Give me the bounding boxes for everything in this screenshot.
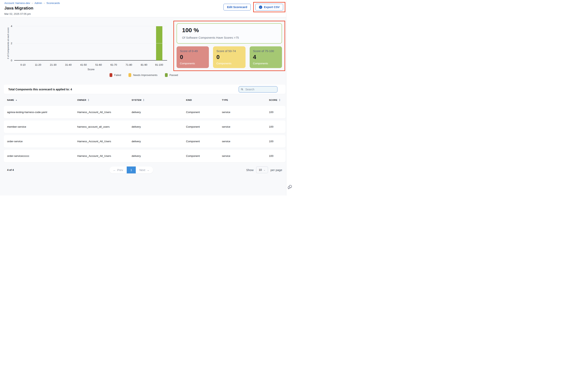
next-page-button[interactable]: Next →: [136, 167, 153, 173]
legend-swatch-icon: [110, 73, 112, 77]
sort-icon: ▲▼: [279, 99, 281, 101]
table-header-row: NAME▲OWNER▲▼SYSTEM▲▼KINDTYPESCORE▲▼: [4, 96, 285, 104]
table-row[interactable]: member-serviceharness_account_all_usersd…: [4, 120, 285, 133]
score-card-score-of-0-49: Score of 0-490Components: [177, 46, 209, 68]
legend-item-passed[interactable]: Passed: [165, 73, 178, 77]
column-label: TYPE: [222, 99, 228, 101]
score-card-unit: Components: [180, 62, 205, 65]
chart-legend: FailedNeeds ImprovementsPassed: [110, 73, 178, 77]
table-row[interactable]: order-servicecccccHarness_Account_All_Us…: [4, 150, 285, 162]
prev-label: Prev: [117, 169, 123, 172]
search-input[interactable]: [245, 88, 275, 91]
cell-owner: Harness_Account_All_Users: [77, 154, 132, 157]
column-label: NAME: [7, 99, 14, 101]
breadcrumb: Account: harness-dev › Admin › Scorecard…: [4, 1, 60, 4]
x-tick-11-20: 11-20: [31, 63, 46, 66]
pagination-bar: 4 of 4 ← Prev 1 Next → Show 10 ⌄ per pag…: [4, 166, 285, 174]
gridline-2: [15, 43, 167, 43]
cell-system: delivery: [132, 125, 186, 128]
sort-ascending-icon: ▲: [15, 99, 17, 101]
x-tick-61-70: 61-70: [106, 63, 121, 66]
main-content: # of Components at each score 0-1011-202…: [0, 17, 286, 196]
x-tick-31-40: 31-40: [61, 63, 76, 66]
score-summary-annotation-box: 100 % Of Software Components Have Scores…: [173, 21, 285, 71]
cell-type: service: [222, 125, 269, 128]
percent-summary-card: 100 % Of Software Components Have Scores…: [177, 23, 282, 44]
score-card-value: 0: [216, 54, 242, 60]
legend-item-needs-improvements[interactable]: Needs Improvements: [129, 73, 157, 77]
result-count: 4 of 4: [7, 169, 14, 171]
download-icon: ↓: [259, 5, 262, 9]
cell-system: delivery: [132, 111, 186, 114]
page-title: Java Migration: [4, 6, 33, 10]
support-chat-button[interactable]: [287, 185, 293, 190]
bar-chart: # of Components at each score 0-1011-202…: [0, 17, 183, 83]
breadcrumb-admin-link[interactable]: Admin: [34, 1, 42, 4]
cell-owner: Harness_Account_All_Users: [77, 111, 132, 114]
table-row[interactable]: agniva-testing-harness-code-yamlHarness_…: [4, 106, 285, 118]
sort-icon: ▲▼: [88, 99, 89, 101]
cell-type: service: [222, 111, 269, 114]
y-tick-2: 2: [5, 42, 12, 45]
search-icon: [241, 88, 243, 91]
score-card-unit: Components: [253, 62, 279, 65]
edit-scorecard-button[interactable]: Edit Scorecard: [223, 4, 251, 10]
score-card-unit: Components: [216, 62, 242, 65]
export-csv-label: Export CSV: [264, 5, 280, 9]
percent-caption: Of Software Components Have Scores >75: [182, 36, 276, 39]
table-row[interactable]: order-serviceHarness_Account_All_Usersde…: [4, 135, 285, 148]
cell-system: delivery: [132, 154, 186, 157]
chevron-down-icon: ⌄: [263, 169, 265, 171]
cell-kind: Component: [186, 140, 222, 143]
legend-swatch-icon: [129, 73, 131, 77]
column-label: SCORE: [269, 99, 277, 101]
page-timestamp: Mar 02, 2025 07:05 pm: [4, 12, 31, 15]
breadcrumb-scorecards-link[interactable]: Scorecards: [47, 1, 60, 4]
legend-label: Passed: [169, 74, 178, 77]
x-tick-91-100: 91-100: [151, 63, 167, 66]
x-tick-21-30: 21-30: [46, 63, 61, 66]
prev-page-button[interactable]: ← Prev: [109, 167, 127, 173]
per-page-label: per page: [270, 168, 282, 172]
scrollbar-gutter: [286, 0, 294, 196]
x-tick-51-60: 51-60: [91, 63, 106, 66]
score-card-label: Score of 0-49: [180, 49, 205, 53]
export-csv-button[interactable]: ↓ Export CSV: [255, 4, 283, 10]
page-size-value: 10: [259, 168, 262, 171]
percent-value: 100 %: [182, 27, 276, 33]
x-tick-41-50: 41-50: [76, 63, 91, 66]
y-tick-4: 4: [5, 25, 12, 28]
cell-kind: Component: [186, 125, 222, 128]
sort-down-icon: ▼: [279, 100, 281, 101]
page-size-select[interactable]: 10 ⌄: [256, 167, 268, 173]
legend-item-failed[interactable]: Failed: [110, 73, 121, 77]
score-card-label: Score of 75-100: [253, 49, 279, 53]
cell-score: 100: [269, 154, 285, 157]
sort-down-icon: ▼: [143, 100, 145, 101]
header-actions: Edit Scorecard ↓ Export CSV: [223, 2, 285, 12]
cell-name: order-service: [7, 140, 77, 143]
sort-down-icon: ▼: [88, 100, 89, 101]
gridline-4: [15, 26, 167, 26]
chart-x-axis-title: Score: [15, 68, 167, 71]
score-card-label: Score of 50-74: [216, 49, 242, 53]
cell-type: service: [222, 154, 269, 157]
cell-type: service: [222, 140, 269, 143]
score-card-value: 0: [180, 54, 205, 60]
score-card-score-of-50-74: Score of 50-740Components: [213, 46, 245, 68]
column-header-score[interactable]: SCORE▲▼: [269, 99, 285, 101]
column-header-system[interactable]: SYSTEM▲▼: [132, 99, 186, 101]
table-toolbar-card: Total Components this scorecard is appli…: [4, 85, 285, 94]
column-label: SYSTEM: [132, 99, 141, 101]
search-box: [239, 86, 277, 93]
breadcrumb-account-link[interactable]: Account: harness-dev: [4, 1, 30, 4]
legend-label: Needs Improvements: [133, 74, 157, 77]
column-header-owner[interactable]: OWNER▲▼: [77, 99, 132, 101]
page-number-button[interactable]: 1: [127, 167, 136, 173]
cell-score: 100: [269, 111, 285, 114]
cell-owner: harness_account_all_users: [77, 125, 132, 128]
sort-icon: ▲▼: [143, 99, 145, 101]
column-header-name[interactable]: NAME▲: [7, 99, 77, 101]
legend-swatch-icon: [165, 73, 168, 77]
show-label: Show: [246, 168, 254, 172]
